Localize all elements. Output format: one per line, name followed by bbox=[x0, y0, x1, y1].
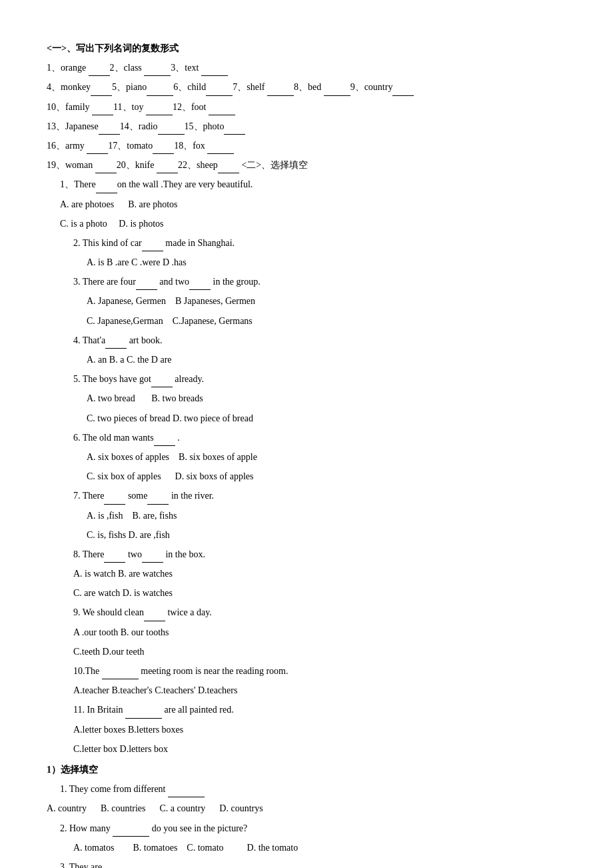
q3-cd: C. Japanese,German C.Japanese, Germans bbox=[87, 313, 566, 329]
q8-stem: 8. There two in the box. bbox=[73, 546, 566, 563]
sec3-q3-stem: 3. They are. bbox=[60, 859, 566, 868]
q2-stem: 2. This kind of car made in Shanghai. bbox=[73, 235, 566, 251]
q10-options: A.teacher B.teacher's C.teachers' D.teac… bbox=[73, 682, 566, 699]
q5-cd: C. two pieces of bread D. two piece of b… bbox=[87, 410, 566, 427]
q1-ab: A. are photoes B. are photos bbox=[60, 196, 566, 213]
q11-cd: C.letter box D.letters box bbox=[73, 741, 566, 757]
q6-stem: 6. The old man wants . bbox=[73, 429, 566, 446]
q4-options: A. an B. a C. the D are bbox=[87, 351, 566, 368]
q3-ab: A. Japanese, Germen B Japaneses, Germen bbox=[87, 293, 566, 309]
q6-ab: A. six boxes of apples B. six boxes of a… bbox=[87, 449, 566, 465]
sec3-q1-stem: 1. They come from different bbox=[60, 781, 566, 797]
sec3-q1-options: A. country B. countries C. a country D. … bbox=[47, 800, 566, 817]
q9-cd: C.teeth D.our teeth bbox=[73, 643, 566, 660]
section3-title: 1）选择填空 bbox=[47, 761, 566, 778]
vocab-row2: 4、monkey5、piano6、child7、shelf 8、bed 9、co… bbox=[47, 79, 566, 95]
q5-ab: A. two bread B. two breads bbox=[87, 390, 566, 407]
q7-ab: A. is ,fish B. are, fishs bbox=[87, 507, 566, 524]
q10-stem: 10.The meeting room is near the reading … bbox=[73, 663, 566, 679]
vocab-row1: 1、orange 2、class 3、text bbox=[47, 59, 566, 76]
q9-stem: 9. We should clean twice a day. bbox=[73, 604, 566, 621]
q5-stem: 5. The boys have got already. bbox=[73, 371, 566, 387]
q1-cd: C. is a photo D. is photos bbox=[60, 215, 566, 232]
q6-cd: C. six box of apples D. six boxs of appl… bbox=[87, 468, 566, 485]
sec3-q2-options: A. tomatos B. tomatoes C. tomato D. the … bbox=[73, 839, 566, 856]
q7-stem: 7. There some in the river. bbox=[73, 487, 566, 504]
q11-stem: 11. In Britain are all painted red. bbox=[73, 701, 566, 718]
q7-cd: C. is, fishs D. are ,fish bbox=[87, 527, 566, 543]
q3-stem: 3. There are four and two in the group. bbox=[73, 273, 566, 290]
vocab-row4: 13、Japanese14、radio15、photo bbox=[47, 118, 566, 135]
vocab-row5: 16、army 17、tomato18、fox bbox=[47, 137, 566, 154]
q2-options: A. is B .are C .were D .has bbox=[87, 254, 566, 271]
q4-stem: 4. That'a art book. bbox=[73, 332, 566, 349]
vocab-row3: 10、family 11、toy 12、foot bbox=[47, 99, 566, 115]
q8-ab: A. is watch B. are watches bbox=[73, 565, 566, 582]
q9-ab: A .our tooth B. our tooths bbox=[73, 624, 566, 641]
section1-title: <一>、写出下列名词的复数形式 bbox=[47, 40, 566, 57]
q8-cd: C. are watch D. is watches bbox=[73, 585, 566, 601]
vocab-row6: 19、woman 20、knife 22、sheep <二>、选择填空 bbox=[47, 157, 566, 173]
q1-stem: 1、Thereon the wall .They are very beauti… bbox=[60, 176, 566, 193]
q11-ab: A.letter boxes B.letters boxes bbox=[73, 721, 566, 738]
sec3-q2-stem: 2. How many do you see in the picture? bbox=[60, 820, 566, 837]
worksheet: <一>、写出下列名词的复数形式 1、orange 2、class 3、text … bbox=[47, 40, 566, 868]
